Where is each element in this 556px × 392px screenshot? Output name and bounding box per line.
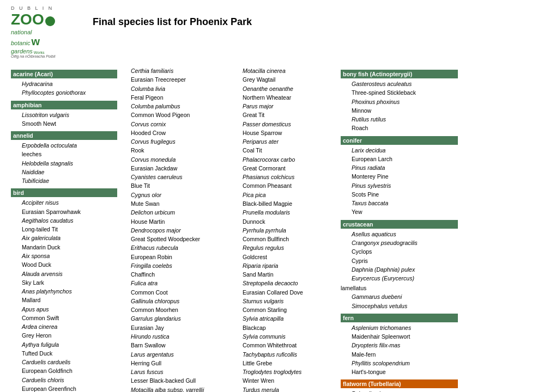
sp-rutilus: Rutilus rutilus <box>341 115 458 124</box>
cat-annelid: annelid Erpobdella octoculata leeches He… <box>11 131 117 185</box>
sp-garrulus: Garrulus glandarius <box>120 314 229 323</box>
zoo-logo: ZOO <box>11 12 87 27</box>
species-leeches: leeches <box>11 150 117 158</box>
sp-stickleback: Three-spined Stickleback <box>341 88 458 97</box>
sp-jackdaw: Eurasian Jackdaw <box>120 164 229 173</box>
sp-collared-dove: Eurasian Collared Dove <box>232 288 338 297</box>
cat-header-acarine: acarine (Acari) <box>11 70 117 78</box>
cat-header-crustacean: crustacean <box>341 220 458 229</box>
main-content: acarine (Acari) Hydracarina Phyllocoptes… <box>11 66 545 392</box>
sp-periparus: Periparus ater <box>232 137 338 146</box>
sp-roach: Roach <box>341 124 458 132</box>
sp-sand-martin: Sand Martin <box>232 270 338 279</box>
sp-asellus: Asellus aquaticus <box>341 230 458 238</box>
sp-aix-gal: Aix galericulata <box>11 234 117 242</box>
sp-mute-swan: Mute Swan <box>120 199 229 208</box>
sp-common-swift: Common Swift <box>11 314 117 322</box>
sp-wood-duck: Wood Duck <box>11 260 117 269</box>
sp-larus-fus: Larus fuscus <box>120 367 229 376</box>
sp-taxus: Taxus baccata <box>341 199 458 207</box>
sp-long-tailed-tit: Long-tailed Tit <box>11 225 117 234</box>
sp-dendro: Dendrocopos major <box>120 226 229 235</box>
sp-gasterosteus: Gasterosteus aculeatus <box>341 79 458 88</box>
sp-common-pheasant: Common Pheasant <box>232 181 338 190</box>
cat-bird: bird Accipiter nisus Eurasian Sparrowhaw… <box>11 188 117 392</box>
sp-blue-tit: Blue Tit <box>120 181 229 190</box>
sp-pinus-syl: Pinus sylvestris <box>341 181 458 190</box>
sp-fringilla: Fringilla coelebs <box>120 261 229 270</box>
cat-acarine: acarine (Acari) Hydracarina Phyllocoptes… <box>11 70 117 97</box>
sp-prunella: Prunella modularis <box>232 208 338 217</box>
sp-tachybaptus: Tachybaptus ruficollis <box>232 350 338 359</box>
sp-herring-gull: Herring Gull <box>120 359 229 367</box>
sp-eurycercus: Eurycercus (Eurycercus) <box>341 274 458 283</box>
sp-turdus-mer: Turdus merula <box>232 385 338 392</box>
sp-male-fern: Male-fern <box>341 350 458 359</box>
logo-area: D U B L I N ZOO national botanic w garde… <box>11 5 87 58</box>
sp-house-martin: House Martin <box>120 217 229 226</box>
lamellatus-label: lamellatus <box>341 285 458 291</box>
sp-lesser-gull: Lesser Black-backed Gull <box>120 376 229 385</box>
zoo-text: ZOO <box>11 12 44 27</box>
nbg-line: national <box>11 29 87 35</box>
sp-daphnia: Daphnia (Daphnia) pulex <box>341 265 458 274</box>
species-hydracarina: Hydracarina <box>11 79 117 88</box>
sp-scots-pine: Scots Pine <box>341 190 458 199</box>
sp-anas: Anas platyrhynchos <box>11 287 117 296</box>
sp-aythya: Aythya fuligula <box>11 340 117 349</box>
dublin-label: D U B L I N <box>11 5 87 11</box>
sp-rook: Rook <box>120 146 229 155</box>
cat-header-flatworm: flatworm (Turbellaria) <box>341 379 458 388</box>
sp-corvus-cornix: Corvus cornix <box>120 120 229 128</box>
sp-pyrrhula: Pyrrhula pyrrhula <box>232 226 338 235</box>
sp-bullfinch: Common Bullfinch <box>232 235 338 243</box>
species-phyllocoptes: Phyllocoptes goniothorax <box>11 88 117 97</box>
sp-harts-tongue: Hart's-tongue <box>341 367 458 376</box>
sp-coal-tit: Coal Tit <box>232 146 338 155</box>
sp-maidenhair: Maidenhair Spleenwort <box>341 332 458 341</box>
cat-flatworm: flatworm (Turbellaria) Polycelis nigra <box>341 379 458 392</box>
sp-grey-heron: Grey Heron <box>11 331 117 340</box>
nbg-botanic: botanic <box>11 40 30 46</box>
sp-moorhen: Common Moorhen <box>120 305 229 314</box>
cat-conifer: conifer Larix decidua European Larch Pin… <box>341 136 458 217</box>
sp-little-grebe: Little Grebe <box>232 359 338 367</box>
species-naididae: Naididae <box>11 168 117 176</box>
sp-yew: Yew <box>341 207 458 216</box>
page-header: D U B L I N ZOO national botanic w garde… <box>11 5 545 58</box>
nbg-gardens-line: gardens Works <box>11 48 87 54</box>
sp-greenfinch: European Greenfinch <box>11 384 117 392</box>
sp-alauda: Alauda arvensis <box>11 270 117 278</box>
sp-cyclops: Cyclops <box>341 247 458 256</box>
sp-phyllitis: Phyllitis scolopendrium <box>341 359 458 367</box>
nbg-national: national <box>11 29 32 35</box>
sp-blackcap: Blackcap <box>232 323 338 332</box>
nbg-works-label: Works <box>34 51 45 54</box>
cat-header-conifer: conifer <box>341 136 458 145</box>
sp-woodpecker: Great Spotted Woodpecker <box>120 235 229 243</box>
cat-bony-fish: bony fish (Actinopterygii) Gasterosteus … <box>341 70 458 133</box>
sp-great-cormorant: Great Cormorant <box>232 164 338 173</box>
nbg-gardens: gardens <box>11 48 33 54</box>
sp-aix-sponsa: Aix sponsa <box>11 252 117 260</box>
sp-cyanistes: Cyanistes caeruleus <box>120 173 229 181</box>
sp-sylvia-atr: Sylvia atricapilla <box>232 314 338 323</box>
column-4: bony fish (Actinopterygii) Gasterosteus … <box>341 66 461 392</box>
sp-columba-livia: Columba livia <box>120 84 229 93</box>
sp-carduelis-chl: Carduelis chloris <box>11 376 117 384</box>
sp-mallard: Mallard <box>11 296 117 304</box>
cat-crustacean: crustacean Asellus aquaticus Crangonyx p… <box>341 220 458 283</box>
sp-cypris: Cypris <box>341 256 458 265</box>
species-tubificidae: Tubificidae <box>11 176 117 185</box>
cat-lamellatus: lamellatus Gammarus duebeni Simocephalus… <box>341 285 458 310</box>
species-lissotriton: Lissotriton vulgaris <box>11 111 117 119</box>
nbg-botanic-line: botanic w <box>11 35 87 48</box>
sp-columba-pal: Columba palumbus <box>120 102 229 111</box>
sp-northern-wheatear: Northern Wheatear <box>232 93 338 102</box>
sp-asplenium: Asplenium trichomanes <box>341 323 458 332</box>
sp-pinus-rad: Pinus radiata <box>341 163 458 172</box>
sp-phasianus: Phasianus colchicus <box>232 173 338 181</box>
sp-apus: Apus apus <box>11 305 117 314</box>
sp-motacilla-alba: Motacilla alba subsp. yarrellii <box>120 385 229 392</box>
col2-items: Certhia familiaris Eurasian Treecreeper … <box>120 66 229 392</box>
